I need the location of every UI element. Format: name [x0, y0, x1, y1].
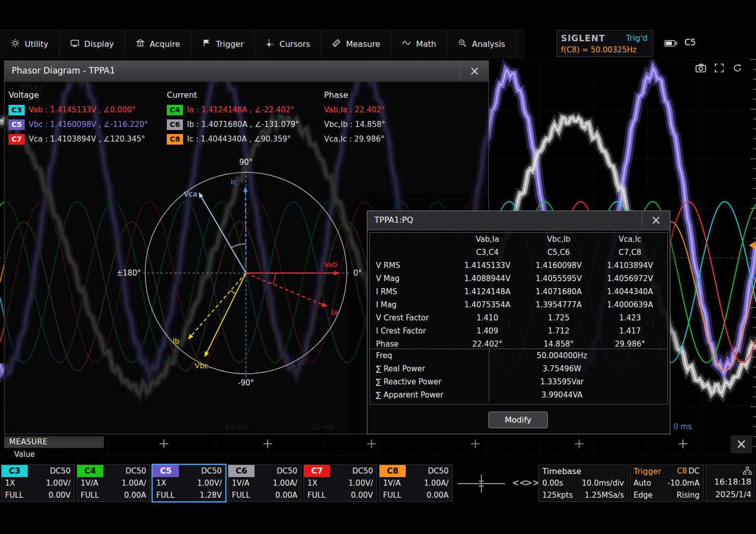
trigger-mode: Auto [634, 479, 651, 488]
nav-forward[interactable]: >> [525, 478, 540, 488]
channel-descriptor-c4[interactable]: C4 DC50 1V/A 1.00A/ FULL 0.00A [77, 464, 150, 502]
channel-bandwidth: FULL [232, 491, 250, 500]
fullscreen-icon[interactable] [714, 63, 725, 75]
svg-text:Vab: Vab [324, 260, 338, 269]
current-readout-row: C6 Ib : 1.4071680A , ∠-131.079° [167, 118, 299, 130]
menu-label: Measure [346, 39, 380, 49]
table-cell: 1.423 [595, 311, 665, 324]
battery-channel-label: C5 [684, 37, 696, 47]
menu-measure[interactable]: Measure [321, 30, 391, 57]
clock-box[interactable]: 16:18:18 2025/1/4 [705, 464, 755, 502]
phasor-window-titlebar[interactable]: Phasor Diagram - TPPA1 × [5, 61, 488, 82]
channel-badge: C5 [153, 465, 179, 477]
svg-text:Ib: Ib [172, 337, 179, 345]
phase-readout-row: Vbc,Ib : 14.858° [324, 118, 385, 130]
current-readout-row: C4 Ia : 1.4124148A , ∠-22.402° [167, 104, 294, 116]
menu-acquire[interactable]: Acquire [125, 30, 191, 57]
timebase-samplerate: 1.25MSa/s [585, 491, 624, 500]
channel-descriptor-c7[interactable]: C7 DC50 1X 1.00V/ FULL 0.00V [303, 464, 377, 502]
row-label: V Crest Factor [370, 311, 452, 324]
clear-measurements-button[interactable]: × [731, 435, 752, 453]
channel-descriptor-c8[interactable]: C8 DC50 1V/A 1.00A/ FULL 0.00A [379, 464, 453, 502]
modify-button[interactable]: Modify [488, 412, 548, 428]
measure-strip: MEASURE Value + + + + + + × [0, 434, 756, 463]
svg-text:Ic: Ic [231, 178, 237, 186]
pq-dialog-titlebar[interactable]: TPPA1:PQ × [367, 211, 670, 230]
magnifier-icon [458, 38, 467, 50]
table-cell: 1.4160098V [523, 259, 595, 272]
acquire-icon [136, 38, 145, 50]
trigger-descriptor[interactable]: Trigger C8DC Auto -10.0mA Edge Rising [629, 464, 704, 502]
brand-logo: SIGLENT [561, 33, 605, 43]
axis-label-0: 0° [353, 269, 362, 278]
phase-readout: Vbc,Ib : 14.858° [324, 120, 385, 129]
close-icon[interactable]: × [460, 61, 488, 82]
phase-readout: Vab,Ia : 22.402° [324, 105, 385, 114]
menu-display[interactable]: Display [59, 30, 125, 57]
channel-coupling: DC50 [125, 466, 146, 476]
current-readout: Ia : 1.4124148A , ∠-22.402° [187, 105, 294, 114]
trigger-title: Trigger [634, 466, 661, 476]
status-box: SIGLENT Trig'd f(C8) = 50.00325Hz [556, 30, 653, 57]
close-icon[interactable]: × [642, 211, 670, 230]
channel-coupling: DC50 [50, 466, 71, 476]
clock-time: 16:18:18 [714, 477, 751, 487]
channel-scale: 1.00V/ [197, 479, 222, 488]
battery-icon [664, 39, 677, 48]
table-cell: 1.4145133V [452, 259, 523, 272]
add-measurement-slot[interactable]: + [573, 435, 586, 451]
table-cell: 1.4124148A [452, 285, 523, 298]
channel-badge: C6 [167, 119, 183, 130]
math-icon [402, 38, 411, 50]
trigger-source-coupling: C8DC [677, 466, 700, 476]
channel-bandwidth: FULL [5, 491, 23, 500]
menu-label: Analysis [472, 39, 505, 49]
table-cell: 1.4103894V [595, 259, 665, 272]
menu-trigger[interactable]: Trigger [191, 30, 255, 57]
timebase-descriptor[interactable]: Timebase 0.00s 10.0ms/div 125kpts 1.25MS… [538, 464, 628, 502]
add-measurement-slot[interactable]: + [365, 435, 378, 451]
gear-icon [11, 38, 20, 50]
add-measurement-slot[interactable]: + [157, 435, 170, 451]
channel-badge: C3 [9, 105, 25, 115]
refresh-icon[interactable] [732, 63, 743, 75]
trigger-level: -10.0mA [667, 479, 700, 488]
summary-value: 50.004000Hz [489, 349, 635, 362]
channel-probe: 1X [5, 479, 15, 488]
menu-label: Trigger [216, 39, 243, 49]
channel-offset: 1.28V [200, 491, 222, 500]
channel-badge: C8 [380, 465, 406, 477]
table-cell: 1.417 [595, 324, 665, 338]
channel-descriptor-c3[interactable]: C3 DC50 1X 1.00V/ FULL 0.00V [1, 464, 75, 502]
timebase-scale: 10.0ms/div [582, 479, 624, 488]
timebase-delay: 0.00s [542, 479, 563, 488]
camera-icon[interactable] [696, 63, 707, 75]
nav-rewind[interactable]: << [512, 478, 527, 488]
menu-analysis[interactable]: Analysis [447, 30, 516, 57]
table-cell: 1.409 [452, 324, 523, 338]
channel-descriptor-c5[interactable]: C5 DC50 1X 1.00V/ FULL 1.28V [152, 464, 226, 502]
cursors-icon [266, 38, 275, 50]
add-measurement-slot[interactable]: + [261, 435, 274, 451]
add-measurement-slot[interactable]: + [469, 435, 482, 451]
axis-label-neg90: -90° [238, 378, 254, 387]
menu-cursors[interactable]: Cursors [255, 30, 322, 57]
add-measurement-slot[interactable]: + [676, 435, 689, 451]
voltage-readout-row: C7 Vca : 1.4103894V , ∠120.345° [9, 133, 145, 145]
menu-math[interactable]: Math [391, 30, 447, 57]
axis-label-180: ±180° [116, 269, 141, 278]
channel-bandwidth: FULL [307, 491, 326, 500]
channel-scale: 1.00V/ [348, 479, 373, 488]
pq-table: Vab,Ia Vbc,Ib Vca,Ic C3,C4 C5,C6 C7,C8 V… [369, 232, 668, 405]
trigger-position-control[interactable] [454, 469, 509, 499]
summary-label: ∑ Reactive Power [370, 375, 489, 388]
channel-probe: 1X [307, 479, 318, 488]
trigger-slope: Rising [676, 491, 700, 500]
channel-offset: 0.00V [351, 491, 373, 500]
menu-utility[interactable]: Utility [0, 30, 59, 57]
column-header: Vbc,Ib [523, 233, 595, 246]
table-cell: 1.725 [523, 311, 595, 324]
channel-descriptor-c6[interactable]: C6 DC50 1V/A 1.00A/ FULL 0.00A [228, 464, 301, 502]
channel-bandwidth: FULL [81, 491, 99, 500]
timebase-title: Timebase [542, 466, 581, 476]
